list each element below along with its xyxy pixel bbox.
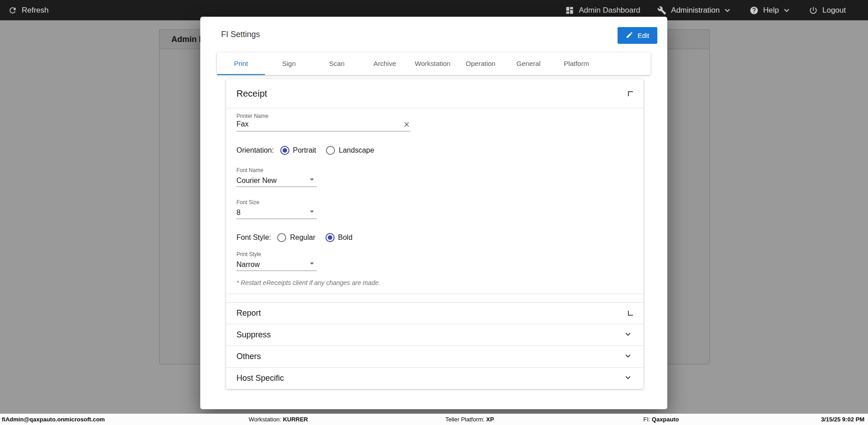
help-icon xyxy=(750,6,759,15)
tab-archive[interactable]: Archive xyxy=(361,52,409,75)
fi-value: Qaxpauto xyxy=(652,416,679,423)
help-label: Help xyxy=(763,6,779,15)
logged-in-user: fiAdmin@qaxpauto.onmicrosoft.com xyxy=(2,414,105,425)
section-suppress[interactable]: Suppress xyxy=(226,324,643,346)
collapse-icon[interactable] xyxy=(628,91,633,96)
settings-content: Receipt Printer Name Orientation: Portra… xyxy=(226,79,643,389)
bold-radio-label: Bold xyxy=(338,234,353,242)
dropdown-arrow-icon xyxy=(307,206,317,217)
power-icon xyxy=(809,6,818,15)
fi-status: FI: Qaxpauto xyxy=(643,414,679,425)
orientation-option-landscape: Landscape xyxy=(326,146,374,155)
dialog-title: FI Settings xyxy=(221,30,260,39)
admin-dashboard-label: Admin Dashboard xyxy=(579,6,640,15)
tab-print[interactable]: Print xyxy=(217,52,265,75)
print-style-select[interactable]: Narrow xyxy=(236,258,317,271)
edit-button-label: Edit xyxy=(637,32,649,39)
restart-note: * Restart eReceipts client if any change… xyxy=(236,279,633,286)
datetime: 3/15/25 9:02 PM xyxy=(821,414,864,425)
dialog-header: FI Settings Edit xyxy=(200,17,667,52)
expand-icon xyxy=(628,311,633,316)
status-bar: fiAdmin@qaxpauto.onmicrosoft.com Worksta… xyxy=(0,414,868,425)
chevron-down-icon xyxy=(623,351,633,363)
portrait-radio[interactable] xyxy=(280,146,289,155)
wrench-icon xyxy=(657,6,666,15)
receipt-section-body: Printer Name Orientation: Portrait Lands… xyxy=(226,113,643,294)
font-style-option-regular: Regular xyxy=(277,233,315,242)
receipt-section-header[interactable]: Receipt xyxy=(226,79,643,108)
font-name-value: Courier New xyxy=(236,177,277,185)
font-size-value: 8 xyxy=(236,209,241,217)
font-style-label: Font Style: xyxy=(236,234,271,242)
landscape-radio[interactable] xyxy=(326,146,335,155)
print-style-label: Print Style xyxy=(236,251,633,257)
font-style-row: Font Style: Regular Bold xyxy=(236,233,633,243)
tab-workstation[interactable]: Workstation xyxy=(409,52,457,75)
teller-platform-label: Teller Platform: xyxy=(445,416,485,423)
printer-name-label: Printer Name xyxy=(236,113,633,119)
landscape-radio-label: Landscape xyxy=(339,146,374,154)
administration-label: Administration xyxy=(671,6,720,15)
printer-name-input[interactable] xyxy=(236,120,403,128)
orientation-label: Orientation: xyxy=(236,146,274,154)
refresh-icon xyxy=(8,6,17,15)
font-name-select[interactable]: Courier New xyxy=(236,174,317,187)
bold-radio[interactable] xyxy=(326,233,335,242)
print-style-value: Narrow xyxy=(236,261,260,269)
dropdown-arrow-icon xyxy=(307,174,317,185)
orientation-row: Orientation: Portrait Landscape xyxy=(236,145,633,155)
fi-label: FI: xyxy=(643,416,650,423)
tab-scan[interactable]: Scan xyxy=(313,52,361,75)
fi-settings-dialog: FI Settings Edit Print Sign Scan Archive… xyxy=(200,17,667,409)
dropdown-arrow-icon xyxy=(307,258,317,269)
tab-platform[interactable]: Platform xyxy=(552,52,600,75)
section-report[interactable]: Report xyxy=(226,302,643,324)
chevron-down-icon xyxy=(724,5,732,15)
host-specific-section-title: Host Specific xyxy=(236,374,284,383)
top-bar-right: Admin Dashboard Administration Help Logo… xyxy=(557,5,868,15)
regular-radio[interactable] xyxy=(277,233,286,242)
regular-radio-label: Regular xyxy=(290,234,315,242)
clear-icon[interactable] xyxy=(403,121,410,128)
collapsed-sections: Report Suppress Others Host Specific xyxy=(226,302,643,389)
font-size-select[interactable]: 8 xyxy=(236,206,317,219)
logout-button[interactable]: Logout xyxy=(800,6,854,15)
refresh-label: Refresh xyxy=(22,6,49,15)
tab-operation[interactable]: Operation xyxy=(457,52,505,75)
edit-button[interactable]: Edit xyxy=(618,27,657,44)
font-name-label: Font Name xyxy=(236,167,633,173)
font-size-label: Font Size xyxy=(236,199,633,205)
section-others[interactable]: Others xyxy=(226,346,643,367)
orientation-option-portrait: Portrait xyxy=(280,146,316,155)
others-section-title: Others xyxy=(236,352,261,361)
workstation-label: Workstation: xyxy=(249,416,281,423)
tab-general[interactable]: General xyxy=(505,52,552,75)
teller-platform-status: Teller Platform: XP xyxy=(445,414,494,425)
administration-menu[interactable]: Administration xyxy=(649,5,741,15)
portrait-radio-label: Portrait xyxy=(293,146,316,154)
chevron-down-icon xyxy=(623,329,633,341)
receipt-section-title: Receipt xyxy=(236,89,267,99)
tab-bar: Print Sign Scan Archive Workstation Oper… xyxy=(217,52,651,75)
admin-dashboard-button[interactable]: Admin Dashboard xyxy=(557,6,649,15)
workstation-value: KURRER xyxy=(283,416,308,423)
refresh-button[interactable]: Refresh xyxy=(0,0,57,20)
workstation-status: Workstation: KURRER xyxy=(249,414,308,425)
report-section-title: Report xyxy=(236,308,261,318)
printer-name-field xyxy=(236,120,410,131)
section-host-specific[interactable]: Host Specific xyxy=(226,367,643,389)
font-style-option-bold: Bold xyxy=(326,233,353,242)
dashboard-icon xyxy=(565,6,574,15)
suppress-section-title: Suppress xyxy=(236,330,271,340)
chevron-down-icon xyxy=(623,373,633,384)
teller-platform-value: XP xyxy=(486,416,494,423)
tab-sign[interactable]: Sign xyxy=(265,52,313,75)
pencil-icon xyxy=(626,31,633,40)
chevron-down-icon xyxy=(783,5,792,15)
help-menu[interactable]: Help xyxy=(741,5,800,15)
logout-label: Logout xyxy=(822,6,846,15)
